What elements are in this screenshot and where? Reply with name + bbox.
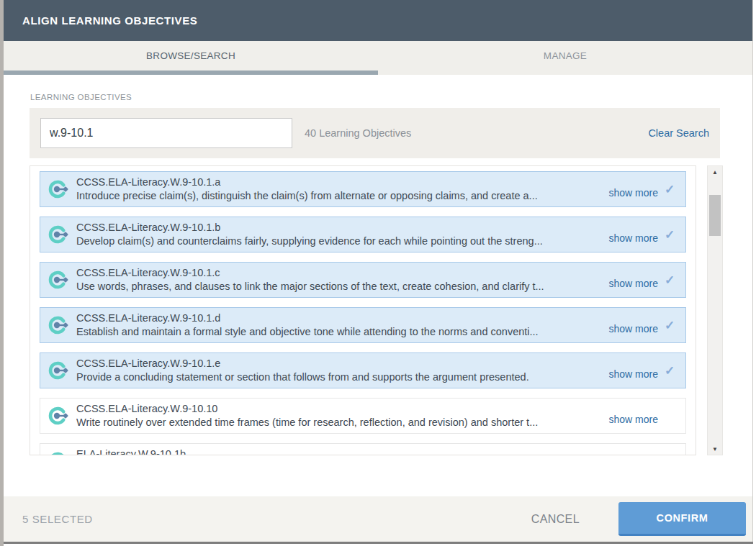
- show-more-link[interactable]: show more: [609, 232, 658, 244]
- objective-target-icon: [46, 178, 69, 201]
- scroll-up-icon[interactable]: ▲: [708, 166, 722, 178]
- objective-target-icon: [46, 223, 69, 246]
- scrollbar-thumb[interactable]: [709, 195, 721, 236]
- objective-code: CCSS.ELA-Literacy.W.9-10.1.c: [76, 266, 602, 280]
- tab-manage[interactable]: MANAGE: [378, 41, 752, 70]
- modal-header: ALIGN LEARNING OBJECTIVES: [4, 0, 752, 41]
- confirm-button[interactable]: CONFIRM: [618, 502, 746, 536]
- objective-target-icon: [46, 404, 69, 427]
- tab-bar: BROWSE/SEARCH MANAGE: [4, 41, 752, 70]
- results-count: 40 Learning Objectives: [305, 127, 411, 139]
- scrollbar[interactable]: ▲ ▼: [707, 165, 723, 455]
- learning-objectives-label: LEARNING OBJECTIVES: [30, 93, 752, 101]
- show-more-link[interactable]: show more: [609, 323, 658, 335]
- objective-item[interactable]: ELA-Literacy.W.9-10.1b: [40, 443, 686, 455]
- selected-check-icon: ✓: [661, 318, 678, 333]
- objective-text: CCSS.ELA-Literacy.W.9-10.1.c Use words, …: [76, 266, 602, 294]
- objective-item[interactable]: CCSS.ELA-Literacy.W.9-10.1.c Use words, …: [40, 262, 686, 298]
- objective-text: CCSS.ELA-Literacy.W.9-10.1.e Provide a c…: [76, 357, 602, 384]
- objectives-list-area: CCSS.ELA-Literacy.W.9-10.1.a Introduce p…: [30, 165, 723, 455]
- selected-count: 5 SELECTED: [22, 513, 93, 525]
- clear-search-link[interactable]: Clear Search: [648, 127, 709, 139]
- objective-item[interactable]: CCSS.ELA-Literacy.W.9-10.1.a Introduce p…: [40, 171, 686, 207]
- objective-item[interactable]: CCSS.ELA-Literacy.W.9-10.1.e Provide a c…: [40, 352, 686, 388]
- objective-text: CCSS.ELA-Literacy.W.9-10.1.b Develop cla…: [76, 221, 602, 248]
- objective-item[interactable]: CCSS.ELA-Literacy.W.9-10.1.d Establish a…: [40, 307, 686, 343]
- cancel-button[interactable]: CANCEL: [521, 506, 590, 533]
- objective-text: CCSS.ELA-Literacy.W.9-10.1.a Introduce p…: [76, 176, 602, 203]
- show-more-link[interactable]: show more: [609, 414, 658, 425]
- selected-check-icon: ✓: [661, 273, 678, 288]
- objective-target-icon: [46, 450, 69, 455]
- objective-code: CCSS.ELA-Literacy.W.9-10.1.e: [76, 357, 602, 370]
- objective-target-icon: [46, 314, 69, 337]
- objective-code: CCSS.ELA-Literacy.W.9-10.1.b: [76, 221, 602, 235]
- objective-text: CCSS.ELA-Literacy.W.9-10.1.d Establish a…: [76, 311, 602, 339]
- objective-description: Establish and maintain a formal style an…: [76, 325, 602, 339]
- tab-manage-label: MANAGE: [544, 50, 587, 61]
- modal-title: ALIGN LEARNING OBJECTIVES: [22, 14, 197, 27]
- selected-check-icon: ✓: [661, 227, 678, 242]
- objective-description: Develop claim(s) and counterclaims fairl…: [76, 235, 602, 248]
- active-tab-indicator: [4, 70, 378, 75]
- modal-footer: 5 SELECTED CANCEL CONFIRM: [4, 496, 752, 542]
- objective-code: CCSS.ELA-Literacy.W.9-10.1.d: [76, 311, 602, 325]
- objective-code: ELA-Literacy.W.9-10.1b: [76, 447, 651, 455]
- search-input[interactable]: [40, 118, 292, 148]
- align-learning-objectives-modal: ALIGN LEARNING OBJECTIVES BROWSE/SEARCH …: [4, 0, 753, 542]
- objective-description: Provide a concluding statement or sectio…: [76, 370, 602, 384]
- objective-description: Introduce precise claim(s), distinguish …: [76, 189, 602, 203]
- show-more-link[interactable]: show more: [609, 187, 658, 199]
- objective-code: CCSS.ELA-Literacy.W.9-10.10: [76, 402, 602, 416]
- selected-check-icon: ✓: [661, 182, 678, 197]
- objective-text: CCSS.ELA-Literacy.W.9-10.10 Write routin…: [76, 402, 602, 429]
- show-more-link[interactable]: show more: [609, 368, 658, 380]
- tab-indicator-spacer: [378, 70, 752, 75]
- objective-target-icon: [46, 359, 69, 382]
- objective-description: Use words, phrases, and clauses to link …: [76, 280, 602, 294]
- objectives-list: CCSS.ELA-Literacy.W.9-10.1.a Introduce p…: [30, 165, 696, 455]
- selected-check-icon: ✓: [661, 363, 678, 378]
- search-panel: 40 Learning Objectives Clear Search: [30, 108, 720, 158]
- objective-item[interactable]: CCSS.ELA-Literacy.W.9-10.10 Write routin…: [40, 398, 686, 434]
- scroll-down-icon[interactable]: ▼: [708, 443, 722, 455]
- objective-target-icon: [46, 268, 69, 291]
- objective-code: CCSS.ELA-Literacy.W.9-10.1.a: [76, 176, 602, 189]
- tab-browse-search[interactable]: BROWSE/SEARCH: [4, 41, 378, 70]
- show-more-link[interactable]: show more: [609, 278, 658, 289]
- objective-description: Write routinely over extended time frame…: [76, 416, 602, 429]
- window-bottom-edge: [4, 542, 753, 544]
- objective-text: ELA-Literacy.W.9-10.1b: [76, 447, 651, 455]
- active-tab-indicator-row: [4, 70, 752, 75]
- objective-item[interactable]: CCSS.ELA-Literacy.W.9-10.1.b Develop cla…: [40, 217, 686, 252]
- tab-browse-search-label: BROWSE/SEARCH: [146, 50, 235, 61]
